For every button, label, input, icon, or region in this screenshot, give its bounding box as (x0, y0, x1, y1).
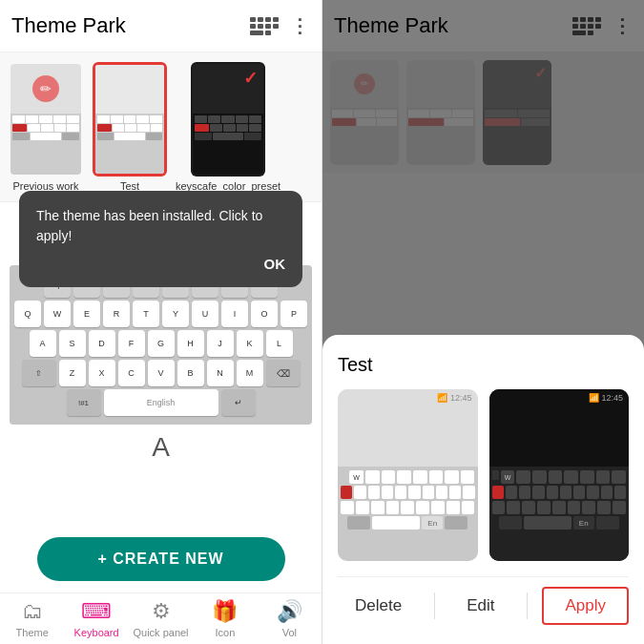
key-S[interactable]: S (59, 330, 86, 357)
letter-preview: A (152, 432, 170, 463)
create-new-button[interactable]: + CREATE NEW (37, 537, 285, 581)
key-V[interactable]: V (148, 360, 175, 386)
key-I[interactable]: I (221, 301, 248, 327)
modal-overlay: Test 📶 12:45 W (322, 0, 644, 644)
modal-dark-bottom: W (489, 467, 630, 561)
modal-sheet: Test 📶 12:45 W (322, 335, 644, 644)
key-M[interactable]: M (237, 360, 263, 386)
nav-label-quick-panel: Quick panel (133, 627, 188, 638)
left-header-icons: ⋮ (250, 14, 310, 37)
key-symbols[interactable]: !#1 (67, 389, 101, 416)
key-Z[interactable]: Z (59, 360, 86, 386)
delete-button[interactable]: Delete (338, 589, 419, 623)
toast-dialog: The theme has been installed. Click to a… (19, 191, 302, 287)
quickpanel-nav-icon: ⚙ (152, 599, 171, 624)
modal-actions: Delete Edit Apply (338, 576, 629, 629)
theme-nav-icon: 🗂 (22, 599, 43, 624)
key-K[interactable]: K (237, 330, 263, 357)
keyboard-mini-dark (193, 64, 263, 175)
key-O[interactable]: O (251, 301, 278, 327)
key-J[interactable]: J (207, 330, 234, 357)
keyboard-mini-test (95, 65, 164, 174)
key-space[interactable]: English (104, 389, 218, 416)
more-options-icon[interactable]: ⋮ (290, 14, 310, 37)
key-P[interactable]: P (280, 301, 307, 327)
theme-preview-test (93, 62, 167, 177)
nav-label-icon: Icon (216, 627, 236, 638)
nav-label-vol: Vol (282, 627, 297, 638)
theme-preview-previous-work: ✏ (9, 62, 83, 177)
theme-preview-keyscafe (191, 62, 265, 177)
key-E[interactable]: E (73, 301, 100, 327)
key-T[interactable]: T (133, 301, 159, 327)
key-G[interactable]: G (148, 330, 175, 357)
theme-card-previous-work[interactable]: ✏ (8, 62, 84, 192)
key-D[interactable]: D (89, 330, 115, 357)
nav-label-theme: Theme (16, 627, 49, 638)
action-divider-2 (527, 592, 528, 619)
action-divider (434, 592, 435, 619)
left-header: Theme Park (0, 0, 322, 52)
key-U[interactable]: U (192, 301, 218, 327)
key-B[interactable]: B (177, 360, 204, 386)
toast-ok-button[interactable]: OK (36, 256, 285, 272)
key-C[interactable]: C (118, 360, 145, 386)
modal-keyboards: 📶 12:45 W (338, 389, 629, 561)
keyboard-nav-icon: ⌨ (81, 599, 112, 624)
right-panel: Theme Park (322, 0, 644, 644)
key-backspace[interactable]: ⌫ (266, 360, 301, 386)
toast-message: The theme has been installed. Click to a… (36, 206, 285, 246)
edit-button[interactable]: Edit (449, 589, 511, 623)
key-Q[interactable]: Q (14, 301, 41, 327)
key-Y[interactable]: Y (162, 301, 189, 327)
nav-item-theme[interactable]: 🗂 Theme (0, 599, 64, 638)
apply-button[interactable]: Apply (542, 587, 629, 625)
vol-nav-icon: 🔊 (277, 599, 302, 624)
modal-keyboard-dark: 📶 12:45 W (489, 389, 630, 561)
modal-title: Test (338, 354, 629, 376)
modal-light-bottom: W (338, 467, 478, 561)
nav-item-icon[interactable]: 🎁 Icon (193, 599, 257, 638)
key-N[interactable]: N (207, 360, 234, 386)
left-panel: Theme Park (0, 0, 322, 644)
keyboard-full-preview: q 4 5 6 7 8 9 0 Q W E R T Y U I O P (10, 265, 312, 425)
key-enter[interactable]: ↵ (221, 389, 256, 416)
bottom-nav: 🗂 Theme ⌨ Keyboard ⚙ Quick panel 🎁 Icon … (0, 592, 322, 644)
theme-card-keyscafe[interactable]: keyscafe_color_preset (176, 62, 280, 192)
nav-item-quick-panel[interactable]: ⚙ Quick panel (129, 599, 193, 638)
key-X[interactable]: X (89, 360, 115, 386)
theme-card-test[interactable]: Test (92, 62, 168, 192)
key-L[interactable]: L (266, 330, 293, 357)
key-F[interactable]: F (118, 330, 145, 357)
modal-keyboard-light: 📶 12:45 W (338, 389, 478, 561)
left-app-title: Theme Park (11, 13, 250, 38)
key-shift[interactable]: ⇧ (22, 360, 56, 386)
key-R[interactable]: R (103, 301, 130, 327)
key-W[interactable]: W (44, 301, 71, 327)
nav-item-keyboard[interactable]: ⌨ Keyboard (64, 599, 128, 638)
icon-nav-icon: 🎁 (212, 599, 238, 624)
nav-label-keyboard: Keyboard (74, 627, 119, 638)
key-A[interactable]: A (30, 330, 56, 357)
modal-status-bar-light: 📶 12:45 (437, 393, 471, 403)
modal-status-bar-dark: 📶 12:45 (589, 393, 623, 403)
keyboard-mini-light: ✏ (10, 64, 81, 175)
keyboard-icon[interactable] (250, 17, 279, 35)
nav-item-vol[interactable]: 🔊 Vol (258, 599, 322, 638)
key-H[interactable]: H (177, 330, 204, 357)
themes-strip: ✏ (0, 52, 322, 202)
